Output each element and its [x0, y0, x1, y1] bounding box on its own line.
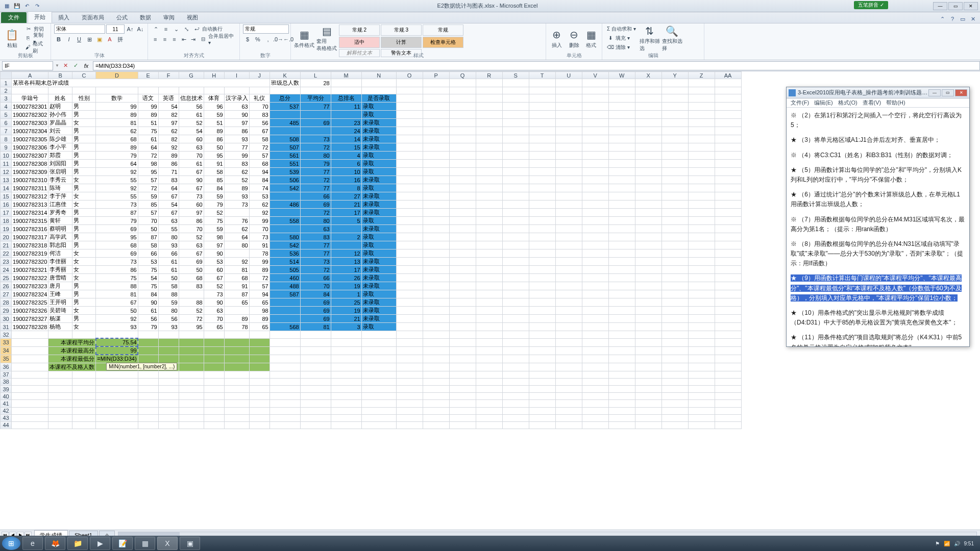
cell[interactable]	[662, 323, 688, 331]
cell[interactable]	[138, 378, 158, 385]
data-cell[interactable]: 72	[300, 266, 331, 274]
data-cell[interactable]: 57	[138, 209, 158, 217]
data-cell[interactable]: 男	[72, 225, 96, 233]
row-header[interactable]: 11	[1, 160, 12, 168]
data-cell[interactable]: 93	[224, 192, 249, 201]
cell[interactable]	[688, 233, 715, 241]
data-cell[interactable]: 70	[138, 217, 158, 225]
cell[interactable]	[396, 400, 423, 407]
data-cell[interactable]: 97	[158, 119, 179, 127]
cell[interactable]	[12, 87, 48, 94]
row-header[interactable]: 44	[1, 421, 12, 429]
cell[interactable]	[423, 266, 449, 274]
cell[interactable]	[662, 119, 688, 127]
cell[interactable]	[476, 87, 502, 94]
data-cell[interactable]: 19002782302	[12, 111, 48, 119]
data-cell[interactable]: 14	[331, 135, 361, 143]
cell[interactable]	[608, 184, 635, 192]
cell[interactable]	[608, 135, 635, 143]
cell[interactable]	[715, 217, 741, 225]
cell[interactable]	[688, 135, 715, 143]
cell[interactable]	[688, 414, 715, 421]
cell[interactable]	[138, 421, 158, 429]
cell[interactable]	[476, 209, 502, 217]
data-cell[interactable]: 73	[96, 201, 138, 209]
border-button[interactable]: ⊞	[85, 35, 94, 44]
data-cell[interactable]: 50	[204, 143, 224, 152]
cell[interactable]	[138, 393, 158, 400]
cell[interactable]	[529, 307, 555, 315]
cell[interactable]	[715, 241, 741, 249]
cell[interactable]	[529, 371, 555, 378]
header-cell[interactable]: 姓名	[48, 94, 72, 103]
data-cell[interactable]: 69	[300, 298, 331, 307]
cell[interactable]	[688, 152, 715, 160]
cell[interactable]	[662, 385, 688, 392]
data-cell[interactable]: 52	[179, 119, 204, 127]
font-size-select[interactable]	[106, 24, 125, 34]
cell[interactable]	[502, 233, 529, 241]
cell[interactable]	[361, 87, 396, 94]
cell[interactable]	[688, 338, 715, 346]
summary-value[interactable]: 99	[96, 346, 138, 355]
cell[interactable]	[502, 378, 529, 385]
cell[interactable]	[635, 94, 662, 103]
cell[interactable]	[715, 371, 741, 378]
cell[interactable]	[396, 168, 423, 176]
cell[interactable]	[300, 331, 331, 338]
cell[interactable]	[582, 127, 608, 135]
cell[interactable]	[423, 331, 449, 338]
cell[interactable]	[582, 192, 608, 201]
col-header[interactable]: N	[361, 72, 396, 79]
cell[interactable]	[715, 152, 741, 160]
data-cell[interactable]: 94	[249, 290, 270, 298]
cell[interactable]	[635, 258, 662, 266]
cell[interactable]	[662, 87, 688, 94]
data-cell[interactable]: 75	[204, 217, 224, 225]
cell[interactable]	[449, 307, 476, 315]
cell[interactable]	[662, 371, 688, 378]
cell[interactable]	[662, 79, 688, 87]
cell[interactable]	[449, 152, 476, 160]
cell[interactable]	[449, 298, 476, 307]
data-cell[interactable]: 61	[179, 111, 204, 119]
cell[interactable]	[449, 331, 476, 338]
cell[interactable]	[529, 152, 555, 160]
cell[interactable]	[555, 152, 582, 160]
cell[interactable]	[476, 414, 502, 421]
data-cell[interactable]: 67	[204, 274, 224, 282]
header-cell[interactable]: 数学	[96, 94, 138, 103]
data-cell[interactable]: 486	[270, 201, 300, 209]
cell[interactable]	[662, 290, 688, 298]
cell[interactable]	[423, 176, 449, 184]
cell[interactable]	[662, 363, 688, 371]
cell[interactable]	[331, 400, 361, 407]
data-cell[interactable]: 66	[300, 274, 331, 282]
cell[interactable]	[502, 331, 529, 338]
cell[interactable]	[635, 323, 662, 331]
cell[interactable]	[715, 378, 741, 385]
cell[interactable]	[662, 421, 688, 429]
cell[interactable]	[270, 378, 300, 385]
cell[interactable]	[361, 400, 396, 407]
cell[interactable]	[555, 79, 582, 87]
data-cell[interactable]: 95	[96, 233, 138, 241]
data-cell[interactable]: 86	[204, 135, 224, 143]
data-cell[interactable]	[224, 249, 249, 258]
cell[interactable]	[423, 298, 449, 307]
col-header[interactable]: H	[204, 72, 224, 79]
data-cell[interactable]: 54	[179, 127, 204, 135]
header-cell[interactable]: 平均分	[300, 94, 331, 103]
tray-flag-icon[interactable]: ⚑	[935, 541, 940, 546]
cell[interactable]	[502, 282, 529, 290]
cell[interactable]	[331, 371, 361, 378]
cell[interactable]	[449, 414, 476, 421]
cell[interactable]	[555, 241, 582, 249]
cell[interactable]	[476, 258, 502, 266]
data-cell[interactable]: 56	[179, 103, 204, 111]
close-workbook-icon[interactable]: ✕	[969, 15, 977, 23]
data-cell[interactable]: 561	[270, 152, 300, 160]
cell[interactable]	[361, 421, 396, 429]
cell[interactable]	[96, 393, 138, 400]
cell[interactable]	[204, 393, 224, 400]
